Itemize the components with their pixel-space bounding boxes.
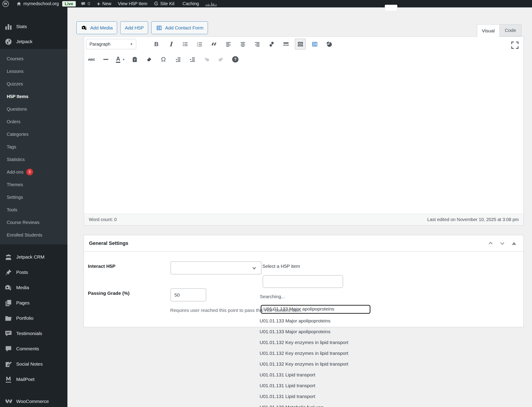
toggle-panel-icon[interactable] — [510, 239, 518, 248]
align-center-icon[interactable] — [237, 39, 248, 49]
button-add-h5p[interactable]: Add H5P — [120, 21, 148, 34]
h5p-search-result[interactable]: U01.01.133 Major apolipoproteins — [260, 318, 330, 324]
comment-count: 0 — [88, 1, 90, 6]
h5p-search-result[interactable]: U01.01.131 Lipid transport — [260, 383, 315, 388]
indent-icon[interactable] — [187, 54, 198, 65]
h5p-search-result[interactable]: U01.01.131 Lipid transport — [260, 372, 315, 377]
select-h5p-hint: Select a H5P item — [262, 264, 300, 269]
redo-icon[interactable] — [216, 54, 226, 65]
move-up-icon[interactable] — [486, 239, 495, 248]
caching-menu[interactable]: Caching — [183, 1, 199, 6]
sidebar-item-enrolled-students[interactable]: Enrolled Students — [0, 229, 67, 241]
h5p-search-result[interactable]: U01.01.133 Major apolipoproteins — [260, 329, 330, 334]
sidebar-item-course-reviews[interactable]: Course Reviews — [0, 216, 67, 229]
numbered-list-icon[interactable]: 123 — [194, 39, 205, 49]
comments-link[interactable]: 0 — [81, 1, 90, 6]
sidebar-item-woocommerce[interactable]: WooCommerce — [0, 394, 67, 407]
sidebar-item-tools[interactable]: Tools — [0, 204, 67, 216]
sidebar-item-questions[interactable]: Questions — [0, 103, 67, 115]
wordpress-logo-button[interactable]: W — [2, 1, 9, 7]
help-icon[interactable]: ? — [230, 54, 241, 65]
stats-sparkline-icon[interactable] — [206, 1, 216, 6]
bullet-list-icon[interactable] — [180, 39, 191, 49]
sidebar-item-categories[interactable]: Categories — [0, 128, 67, 141]
sidebar-item-settings[interactable]: Settings — [0, 191, 67, 204]
editor-panel[interactable] — [84, 36, 524, 226]
sidebar-item-mailpoet[interactable]: MailPoet — [0, 372, 67, 387]
strikethrough-icon[interactable]: ABC — [86, 54, 97, 65]
camera-icon — [81, 25, 88, 31]
read-more-icon[interactable] — [280, 39, 291, 49]
tab-visual[interactable]: Visual — [477, 24, 500, 37]
new-content-button[interactable]: + New — [97, 1, 111, 6]
folder-icon — [5, 315, 12, 322]
sidebar-item-themes[interactable]: Themes — [0, 178, 67, 191]
site-kit-menu[interactable]: G Site Kit — [154, 1, 174, 7]
italic-icon[interactable]: I — [165, 39, 176, 49]
contact-form-icon[interactable] — [309, 39, 320, 49]
sidebar-item-portfolio[interactable]: Portfolio — [0, 311, 67, 326]
sidebar-item-comments[interactable]: Comments — [0, 341, 67, 356]
sidebar-item-social-notes[interactable]: Social Notes — [0, 356, 67, 372]
text-color-icon[interactable]: A▾ — [115, 54, 126, 65]
sidebar-item-orders[interactable]: Orders — [0, 115, 67, 128]
h5p-search-result[interactable]: U01.01.132 Key enzymes in lipid transpor… — [260, 351, 348, 356]
sidebar-item-pages[interactable]: Pages — [0, 295, 67, 311]
paste-as-text-icon[interactable]: T — [129, 54, 140, 65]
sidebar-item-statistics[interactable]: Statistics — [0, 153, 67, 166]
sidebar-item-stats[interactable]: Stats — [0, 20, 67, 33]
sidebar-item-lessons[interactable]: Lessons — [0, 65, 67, 78]
align-left-icon[interactable] — [223, 39, 234, 49]
special-character-icon[interactable]: Ω — [158, 54, 169, 65]
align-right-icon[interactable] — [252, 39, 262, 49]
site-name-link[interactable]: mymedschool.org — [16, 1, 59, 6]
metabox-header[interactable]: General Settings — [84, 235, 524, 252]
site-kit-label: Site Kit — [160, 1, 174, 6]
h5p-search-result[interactable]: U01.01.132 Key enzymes in lipid transpor… — [260, 361, 348, 367]
h5p-search-result[interactable]: U01.01.132 Key enzymes in lipid transpor… — [260, 340, 348, 345]
sidebar-item-jetpack[interactable]: Jetpack — [0, 34, 67, 49]
admin-sidebar: Stats Jetpack LP LearnPress Courses — [0, 0, 67, 407]
h5p-search-result[interactable]: U01.01.131 Lipid transport — [260, 394, 315, 399]
bold-icon[interactable]: B — [151, 39, 162, 49]
pages-icon — [5, 299, 12, 307]
h5p-search-result[interactable]: U01.01.133 Major apolipoproteins — [263, 306, 334, 312]
h5p-item-search-input[interactable] — [263, 275, 343, 288]
passing-grade-input[interactable] — [170, 289, 206, 301]
sidebar-item-tags[interactable]: Tags — [0, 141, 67, 153]
horizontal-rule-icon[interactable] — [100, 54, 111, 65]
h5p-search-result[interactable]: U01.01.130 Metabolic fuel use — [260, 405, 324, 407]
site-name: mymedschool.org — [23, 1, 59, 6]
move-down-icon[interactable] — [498, 239, 507, 248]
sidebar-item-jetpack-crm[interactable]: Jetpack CRM — [0, 249, 67, 265]
sidebar-item-posts[interactable]: Posts — [0, 265, 67, 280]
sidebar-item-media[interactable]: Media — [0, 280, 67, 295]
view-h5p-item-link[interactable]: View H5P Item — [118, 1, 147, 6]
live-badge[interactable]: Live — [62, 1, 76, 7]
paragraph-format-select[interactable]: Paragraph ▼ — [86, 39, 136, 49]
pin-icon — [5, 269, 12, 276]
sidebar-item-add-ons[interactable]: Add-ons 3 — [0, 166, 67, 178]
interact-h5p-select[interactable] — [170, 261, 261, 274]
interact-h5p-label: Interact H5P — [88, 264, 116, 269]
button-add-media[interactable]: Add Media — [77, 21, 117, 34]
clear-formatting-icon[interactable] — [144, 54, 154, 65]
outdent-icon[interactable] — [172, 54, 183, 65]
blockquote-icon[interactable]: “ — [208, 39, 219, 49]
sidebar-item-quizzes[interactable]: Quizzes — [0, 78, 67, 90]
pie-chart-icon[interactable] — [324, 39, 334, 49]
stats-icon — [5, 23, 12, 30]
tab-code[interactable]: Code — [500, 24, 521, 36]
toolbar-toggle-icon[interactable] — [295, 39, 306, 49]
last-edited: Last edited on November 10, 2025 at 3:08… — [427, 217, 519, 222]
searching-status: Searching... — [260, 294, 285, 299]
learnpress-submenu: Courses Lessons Quizzes H5P Items Questi… — [0, 49, 67, 244]
link-icon[interactable] — [266, 39, 277, 49]
sidebar-item-courses[interactable]: Courses — [0, 52, 67, 65]
fullscreen-icon[interactable] — [511, 41, 519, 49]
undo-icon[interactable] — [201, 54, 212, 65]
button-add-contact-form[interactable]: Add Contact Form — [151, 21, 208, 34]
sidebar-item-testimonials[interactable]: Testimonials — [0, 326, 67, 341]
chevron-down-icon: ▼ — [130, 42, 133, 46]
sidebar-item-h5p-items[interactable]: H5P Items — [0, 90, 67, 103]
